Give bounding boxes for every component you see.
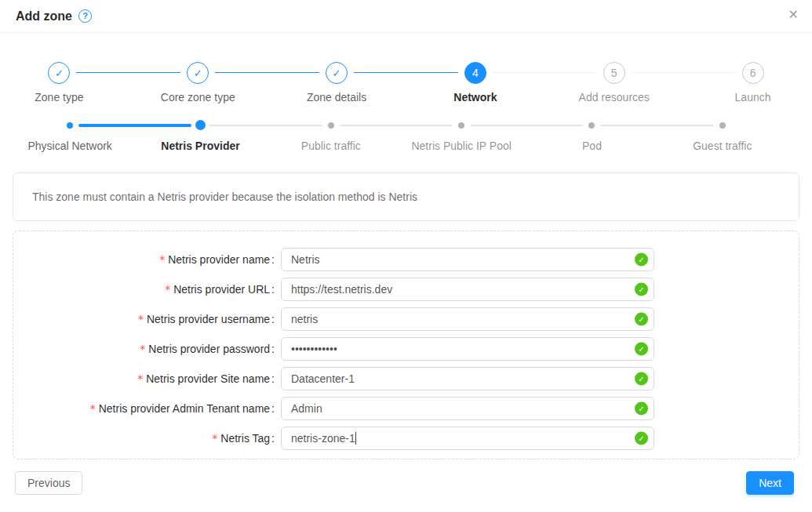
netris-provider-admin-tenant-name-input[interactable]: [281, 397, 654, 420]
substep-label: Netris Public IP Pool: [411, 140, 511, 152]
step-number-icon: 6: [742, 62, 764, 84]
dialog-header: Add zone ? ✕: [0, 0, 812, 33]
substep-dot-icon: [67, 122, 73, 129]
step-number-icon: 5: [603, 62, 625, 84]
substep-label: Guest traffic: [693, 140, 752, 152]
text-caret: [355, 432, 356, 445]
step-check-icon: ✓: [48, 62, 70, 84]
form-row: *Netris provider Site name: ✓: [13, 367, 799, 390]
network-substepper: Physical Network Netris Provider Public …: [5, 120, 788, 152]
netris-tag-input[interactable]: [281, 427, 654, 450]
step-check-icon: ✓: [187, 62, 209, 84]
substep-dot-icon: [719, 122, 726, 129]
field-label-text: Netris provider name: [168, 253, 270, 266]
valid-check-icon: ✓: [635, 372, 648, 386]
step-number-icon: 4: [464, 62, 486, 84]
previous-button[interactable]: Previous: [15, 471, 82, 495]
substep-label: Physical Network: [27, 140, 111, 152]
substep-dot-icon: [458, 122, 464, 129]
wizard-stepper: ✓ Zone type ✓ Core zone type ✓ Zone deta…: [0, 62, 812, 103]
substep-dot-icon: [328, 122, 334, 129]
substep-dot-icon: [588, 122, 595, 129]
required-asterisk: *: [159, 253, 165, 266]
step-label: Add resources: [579, 91, 650, 103]
required-asterisk: *: [140, 343, 145, 355]
next-button[interactable]: Next: [746, 471, 794, 495]
substep-label: Public traffic: [301, 140, 361, 152]
field-label-text: Netris provider Admin Tenant name: [99, 402, 270, 415]
step-label: Zone details: [307, 91, 366, 103]
valid-check-icon: ✓: [635, 283, 648, 296]
valid-check-icon: ✓: [635, 253, 648, 267]
netris-provider-password-input[interactable]: [281, 337, 654, 361]
valid-check-icon: ✓: [635, 313, 648, 326]
valid-check-icon: ✓: [635, 343, 648, 356]
help-icon[interactable]: ?: [78, 9, 92, 23]
step-label: Zone type: [35, 91, 83, 103]
substep-label: Netris Provider: [161, 140, 239, 152]
substep-label: Pod: [582, 140, 602, 152]
step-check-icon: ✓: [326, 62, 348, 84]
wizard-step-zone-type: ✓ Zone type: [0, 62, 129, 103]
field-label-text: Netris provider username: [147, 313, 270, 325]
step-label: Launch: [735, 91, 771, 103]
network-substep-public-traffic: Public traffic: [266, 120, 396, 152]
field-label: *Netris provider password:: [13, 343, 275, 355]
required-asterisk: *: [138, 313, 144, 325]
field-label: *Netris provider name:: [13, 253, 275, 266]
step-label: Core zone type: [161, 91, 235, 103]
form-row: *Netris provider name: ✓: [13, 248, 799, 271]
page-title: Add zone: [16, 9, 72, 24]
form-row: *Netris provider Admin Tenant name: ✓: [13, 397, 799, 420]
field-label: *Netris Tag:: [13, 432, 275, 445]
info-banner-text: This zone must contain a Netris provider…: [32, 191, 417, 203]
info-banner: This zone must contain a Netris provider…: [13, 172, 799, 221]
form-row: *Netris Tag: ✓: [13, 427, 799, 450]
network-substep-netris-public-ip-pool: Netris Public IP Pool: [396, 120, 526, 152]
field-label-text: Netris provider password: [148, 343, 270, 355]
wizard-step-launch: 6 Launch: [683, 62, 812, 103]
required-asterisk: *: [212, 432, 217, 445]
field-label: *Netris provider URL:: [13, 283, 275, 296]
network-substep-guest-traffic: Guest traffic: [657, 120, 788, 152]
wizard-step-zone-details: ✓ Zone details: [268, 62, 406, 103]
field-label: *Netris provider Site name:: [13, 372, 275, 385]
field-label-text: Netris Tag: [220, 432, 270, 445]
wizard-step-network: 4 Network: [406, 62, 544, 103]
required-asterisk: *: [165, 283, 170, 296]
wizard-step-core-zone-type: ✓ Core zone type: [129, 62, 268, 103]
step-label: Network: [453, 91, 497, 103]
field-label: *Netris provider Admin Tenant name:: [13, 402, 275, 415]
valid-check-icon: ✓: [635, 402, 648, 416]
form-row: *Netris provider username: ✓: [13, 307, 799, 331]
close-icon[interactable]: ✕: [788, 9, 799, 21]
netris-provider-url-input[interactable]: [281, 278, 654, 301]
field-label-text: Netris provider URL: [173, 283, 270, 296]
wizard-step-add-resources: 5 Add resources: [544, 62, 683, 103]
required-asterisk: *: [137, 372, 143, 385]
form-row: *Netris provider URL: ✓: [13, 278, 799, 301]
network-substep-physical-network: Physical Network: [5, 120, 135, 152]
network-substep-pod: Pod: [526, 120, 657, 152]
form-row: *Netris provider password: ✓: [13, 337, 799, 361]
valid-check-icon: ✓: [635, 432, 648, 445]
wizard-footer: Previous Next: [15, 471, 794, 495]
field-label: *Netris provider username:: [13, 313, 275, 325]
netris-provider-name-input[interactable]: [281, 248, 654, 271]
substep-dot-icon: [195, 120, 206, 130]
netris-provider-form: *Netris provider name: ✓ *Netris provide…: [13, 231, 799, 459]
netris-provider-site-name-input[interactable]: [281, 367, 654, 390]
network-substep-netris-provider: Netris Provider: [135, 120, 265, 152]
field-label-text: Netris provider Site name: [146, 372, 270, 385]
required-asterisk: *: [90, 402, 96, 415]
netris-provider-username-input[interactable]: [281, 307, 654, 331]
